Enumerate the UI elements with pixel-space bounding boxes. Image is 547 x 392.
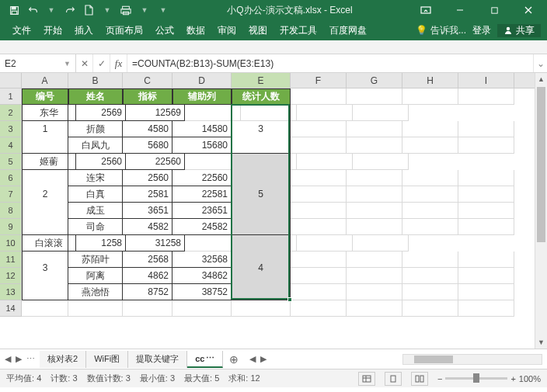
cells-area[interactable]: 编号姓名指标辅助列统计人数1东华2569125693折颜458014580白凤九… [22,88,535,349]
cancel-formula-icon[interactable]: ✕ [76,54,93,72]
row-headers[interactable]: 1234567891011121314 [0,88,22,317]
hscroll-thumb[interactable] [414,356,453,363]
new-dropdown-icon[interactable]: ▼ [101,4,113,16]
redo-icon[interactable] [64,4,76,16]
cell[interactable]: 成玉 [68,203,123,219]
col-header-D[interactable]: D [172,73,232,88]
sheet-tab-3[interactable]: 提取关键字 [128,351,187,368]
cell[interactable]: 23651 [172,203,232,219]
cell[interactable]: 24582 [172,219,232,235]
row-header-6[interactable]: 6 [0,170,21,186]
cell[interactable]: 31258 [126,235,185,252]
spreadsheet-grid[interactable]: ABCDEFGHI 1234567891011121314 编号姓名指标辅助列统… [0,73,547,349]
row-header-8[interactable]: 8 [0,203,21,219]
cell[interactable]: 2581 [123,186,172,203]
row-header-12[interactable]: 12 [0,268,21,284]
zoom-level[interactable]: 100% [519,374,541,383]
tab-layout[interactable]: 页面布局 [99,20,149,40]
view-pagebreak-button[interactable] [411,372,428,386]
zoom-slider[interactable] [445,377,507,380]
cell[interactable]: 14580 [172,121,232,137]
header-cell[interactable]: 编号 [22,88,68,105]
row-header-11[interactable]: 11 [0,252,21,268]
col-header-A[interactable]: A [22,73,68,88]
share-button[interactable]: 共享 [497,24,541,37]
cell[interactable]: 12569 [126,105,185,121]
cell[interactable]: 2560 [76,154,126,170]
add-sheet-button[interactable]: ⊕ [223,353,245,366]
name-box[interactable]: E2▼ [0,54,76,72]
cell[interactable]: 4582 [123,219,172,235]
cell[interactable]: 1258 [76,235,126,252]
cell[interactable]: 8752 [123,284,172,300]
tab-data[interactable]: 数据 [180,20,211,40]
tab-review[interactable]: 审阅 [211,20,242,40]
header-cell[interactable]: 指标 [123,88,172,105]
zoom-control[interactable]: − + 100% [437,374,541,383]
new-icon[interactable] [82,4,95,16]
view-pagelayout-button[interactable] [385,372,402,386]
chevron-down-icon[interactable]: ▼ [64,60,71,68]
formula-input[interactable]: =COUNTA(B2:B13)-SUM(E3:E13) [127,54,533,72]
header-cell[interactable]: 姓名 [68,88,123,105]
fx-icon[interactable]: fx [110,54,127,72]
row-header-1[interactable]: 1 [0,88,21,105]
tab-view[interactable]: 视图 [242,20,274,40]
cell[interactable]: 5680 [123,137,172,154]
horizontal-scrollbar[interactable] [402,354,542,365]
prev-sheet-icon[interactable]: ◀ [5,354,11,364]
qat-customize-icon[interactable]: ▼ [157,4,169,16]
cell[interactable]: 连宋 [68,170,123,186]
row-header-4[interactable]: 4 [0,137,21,154]
col-header-B[interactable]: B [68,73,123,88]
sheet-nav[interactable]: ◀▶⋯ [0,354,40,364]
scroll-down-icon[interactable]: ▼ [535,336,547,349]
next-sheet-icon[interactable]: ▶ [16,354,22,364]
sheet-tab-4[interactable]: cc⋯ [187,351,223,368]
cell[interactable]: 4862 [123,268,172,284]
tab-dev[interactable]: 开发工具 [274,20,323,40]
tab-file[interactable]: 文件 [6,20,37,40]
cell[interactable]: 阿离 [68,268,123,284]
view-normal-button[interactable] [358,372,375,386]
col-header-F[interactable]: F [291,73,347,88]
sheet-tab-2[interactable]: WiFi图 [86,351,128,368]
cell[interactable]: 2569 [76,105,126,121]
cell[interactable]: 3651 [123,203,172,219]
cell[interactable]: 22560 [126,154,185,170]
login-button[interactable]: 登录 [466,24,497,37]
row-header-7[interactable]: 7 [0,186,21,203]
cell[interactable]: 22581 [172,186,232,203]
row-header-2[interactable]: 2 [0,105,21,121]
row-header-14[interactable]: 14 [0,300,21,317]
row-header-10[interactable]: 10 [0,235,21,252]
vertical-scrollbar[interactable]: ▲ ▼ [535,73,547,349]
column-headers[interactable]: ABCDEFGHI [22,73,535,88]
cell[interactable]: 15680 [172,137,232,154]
print-dropdown-icon[interactable]: ▼ [138,4,151,16]
cell[interactable]: 司命 [68,219,123,235]
row-header-13[interactable]: 13 [0,284,21,300]
header-cell[interactable]: 统计人数 [232,88,291,105]
cell[interactable]: 38752 [172,284,232,300]
col-header-H[interactable]: H [402,73,458,88]
row-header-5[interactable]: 5 [0,154,21,170]
cell[interactable]: 2560 [123,170,172,186]
fill-handle[interactable] [287,297,292,302]
expand-formula-icon[interactable]: ⌄ [533,54,547,72]
cell[interactable]: 折颜 [68,121,123,137]
ribbon-options-button[interactable] [410,0,441,20]
sheet-list-icon[interactable]: ⋯ [26,354,35,364]
cell[interactable]: 32568 [172,252,232,268]
col-header-C[interactable]: C [123,73,172,88]
save-icon[interactable] [8,4,20,16]
print-icon[interactable] [120,4,132,16]
cell[interactable]: 2568 [123,252,172,268]
cell[interactable]: 白凤九 [68,137,123,154]
cell[interactable]: 34862 [172,268,232,284]
tab-baidu[interactable]: 百度网盘 [323,20,373,40]
tab-formula[interactable]: 公式 [149,20,180,40]
cell[interactable]: 白真 [68,186,123,203]
undo-icon[interactable] [26,4,39,16]
col-header-E[interactable]: E [232,73,291,88]
